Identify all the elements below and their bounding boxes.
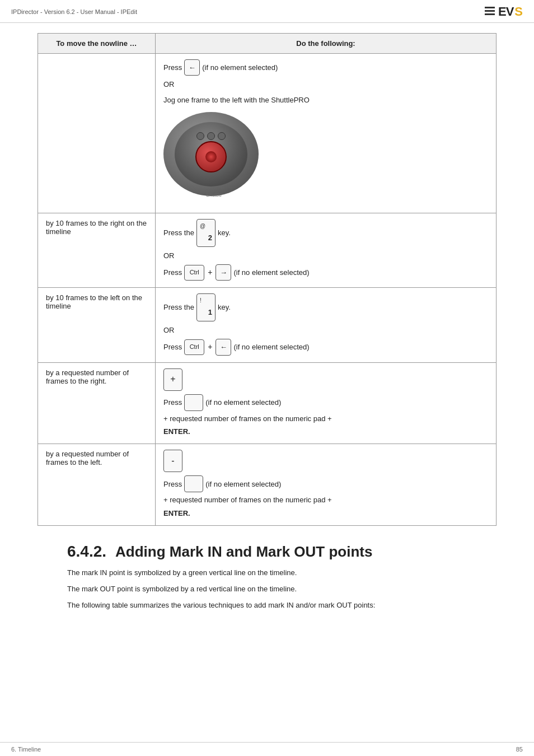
if-no-selected2: (if no element selected) <box>233 266 309 279</box>
press-the-label: Press the <box>163 226 194 239</box>
ctrl-key: Ctrl <box>184 265 204 281</box>
row1-action <box>38 54 156 213</box>
table-row: Press (if no element selected) OR Jog on… <box>38 54 496 213</box>
key-suffix3: key. <box>218 301 231 314</box>
or-label3: OR <box>163 324 488 337</box>
if-no-selected: (if no element selected) <box>202 61 278 74</box>
key-suffix: key. <box>218 226 231 239</box>
main-content: To move the nowline … Do the following: … <box>0 33 534 627</box>
page-header: IPDirector - Version 6.2 - User Manual -… <box>0 0 534 23</box>
table-row: by a requested number of frames to the r… <box>38 362 496 444</box>
ctrl-key3: Ctrl <box>184 339 204 355</box>
row2-action: by 10 frames to the right on the timelin… <box>38 213 156 288</box>
press-label5: Press <box>163 478 182 491</box>
jog-description: Jog one frame to the left with the Shutt… <box>163 94 488 106</box>
left-arrow-key3 <box>216 339 231 355</box>
right-arrow-key <box>216 264 231 281</box>
press-label2: Press <box>163 266 182 279</box>
numpad-2-key: @ 2 <box>196 219 216 246</box>
numpad-1-key: ! 1 <box>196 293 216 321</box>
section-para3: The following table summarizes the vario… <box>67 600 459 612</box>
enter-label5: ENTER. <box>163 507 488 520</box>
plus-key-indicator <box>184 394 203 411</box>
logo-ev-text: EV <box>498 4 513 19</box>
footer-right: 85 <box>516 746 523 753</box>
press-label3: Press <box>163 340 182 353</box>
page-footer: 6. Timeline 85 <box>0 742 534 756</box>
plus-sign: + <box>208 265 212 279</box>
section-title: Adding Mark IN and Mark OUT points <box>115 543 372 561</box>
press-label4: Press <box>163 396 182 409</box>
or-label: OR <box>163 249 488 262</box>
numpad-plus-key: + <box>163 368 182 391</box>
row1-description: Press (if no element selected) OR Jog on… <box>156 54 496 213</box>
row3-description: Press the ! 1 key. OR Press Ctrl <box>156 288 496 362</box>
row5-action: by a requested number of frames to the l… <box>38 444 156 526</box>
row3-action-text: by 10 frames to the left on the timeline <box>46 293 142 310</box>
footer-left: 6. Timeline <box>11 746 41 753</box>
logo: EV S <box>485 4 523 19</box>
if-no-selected5: (if no element selected) <box>205 478 281 491</box>
row4-action-text: by a requested number of frames to the r… <box>46 368 129 385</box>
press-the-label3: Press the <box>163 301 194 314</box>
col1-header: To move the nowline … <box>38 34 156 54</box>
col2-header: Do the following: <box>156 34 496 54</box>
table-row: by 10 frames to the right on the timelin… <box>38 213 496 288</box>
minus-key-indicator <box>184 475 203 492</box>
logo-s-text: S <box>514 4 523 19</box>
section-para2: The mark OUT point is symbolized by a re… <box>67 584 459 595</box>
row4-description: + Press (if no element selected) + reque… <box>156 362 496 444</box>
row2-description: Press the @ 2 key. OR Press Ctrl <box>156 213 496 288</box>
left-arrow-key <box>184 59 200 76</box>
logo-lines-icon <box>485 7 495 17</box>
row5-description: - Press (if no element selected) + reque… <box>156 444 496 526</box>
shuttlepro-image: Shuttle <box>163 112 264 202</box>
section-number: 6.4.2. <box>67 543 106 561</box>
row2-action-text: by 10 frames to the right on the timelin… <box>46 219 147 236</box>
table-row: by 10 frames to the left on the timeline… <box>38 288 496 362</box>
if-no-selected3: (if no element selected) <box>233 340 309 353</box>
nowline-table: To move the nowline … Do the following: … <box>38 33 496 526</box>
row4-action: by a requested number of frames to the r… <box>38 362 156 444</box>
section-642-heading: 6.4.2. Adding Mark IN and Mark OUT point… <box>67 543 523 561</box>
plus-sign3: + <box>208 340 212 354</box>
section-para1: The mark IN point is symbolized by a gre… <box>67 567 459 579</box>
row3-action: by 10 frames to the left on the timeline <box>38 288 156 362</box>
header-title: IPDirector - Version 6.2 - User Manual -… <box>11 8 137 15</box>
table-row: by a requested number of frames to the l… <box>38 444 496 526</box>
if-no-selected4: (if no element selected) <box>205 396 281 409</box>
enter-label4: ENTER. <box>163 425 488 438</box>
extra-instruction5: + requested number of frames on the nume… <box>163 493 488 506</box>
row5-action-text: by a requested number of frames to the l… <box>46 450 129 466</box>
press-label: Press <box>163 61 182 74</box>
or-label: OR <box>163 78 488 91</box>
numpad-minus-key: - <box>163 450 182 472</box>
extra-instruction4: + requested number of frames on the nume… <box>163 412 488 425</box>
